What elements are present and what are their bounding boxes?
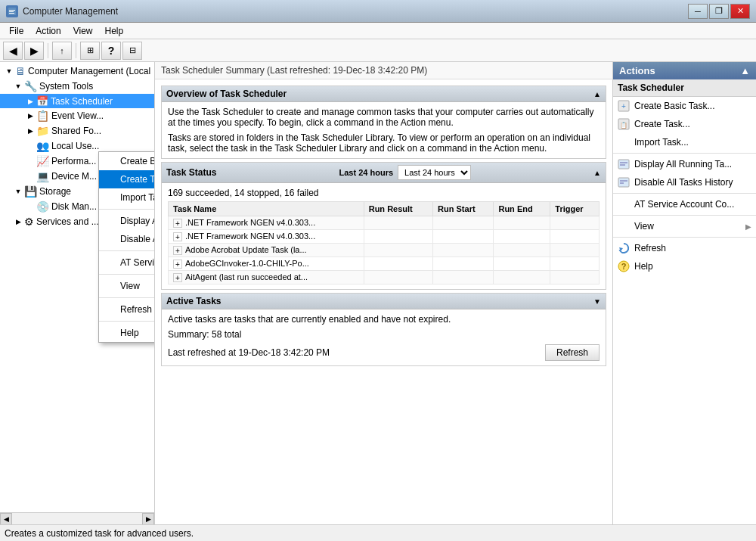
cell-name: +Adobe Acrobat Update Task (la...: [169, 244, 364, 257]
up-button[interactable]: ↑: [52, 42, 72, 60]
table-row[interactable]: +AitAgent (last run succeeded at...: [169, 271, 600, 284]
ctx-at-service[interactable]: AT Service Account Configuration: [99, 253, 155, 272]
time-select[interactable]: Last 24 hours Last 7 days Last 30 days: [398, 165, 471, 180]
actions-header: Actions ▲: [613, 62, 756, 79]
action-sep2: [613, 193, 756, 194]
scroll-track[interactable]: [12, 513, 142, 524]
refresh-icon: [618, 242, 630, 254]
menu-file[interactable]: File: [3, 23, 29, 39]
center-scroll[interactable]: Overview of Task Scheduler ▲ Use the Tas…: [155, 79, 612, 524]
svg-rect-8: [618, 160, 629, 169]
window-controls[interactable]: ─ ❐ ✕: [688, 4, 750, 19]
back-button[interactable]: ◀: [3, 42, 23, 60]
overview-title: Overview of Task Scheduler: [166, 89, 287, 99]
create-basic-label: Create Basic Task...: [634, 101, 715, 111]
menu-view[interactable]: View: [67, 23, 99, 39]
ctx-sep4: [99, 297, 155, 298]
local-icon: 👥: [36, 140, 49, 152]
cell-end: [494, 230, 550, 244]
active-tasks-collapse[interactable]: ▼: [593, 297, 601, 306]
main-layout: ▼ 🖥 Computer Management (Local ▼ 🔧 Syste…: [0, 62, 756, 524]
action-disable-history[interactable]: Disable All Tasks History: [613, 173, 756, 191]
ctx-create-basic[interactable]: Create Basic Task...: [99, 152, 155, 170]
active-tasks-text: Active tasks are tasks that are currentl…: [168, 314, 600, 325]
col-task-name: Task Name: [169, 202, 364, 216]
cell-result: [364, 216, 432, 230]
action-at-service[interactable]: AT Service Account Co...: [613, 195, 756, 213]
extra-button[interactable]: ⊟: [122, 42, 142, 60]
action-help[interactable]: ? Help: [613, 257, 756, 275]
table-row[interactable]: +Adobe Acrobat Update Task (la...: [169, 244, 600, 257]
horizontal-scrollbar[interactable]: ◀ ▶: [0, 512, 154, 524]
action-display-running[interactable]: Display All Running Ta...: [613, 155, 756, 173]
tree-root[interactable]: ▼ 🖥 Computer Management (Local: [0, 64, 154, 79]
ctx-refresh[interactable]: Refresh: [99, 300, 155, 319]
overview-text2: Tasks are stored in folders in the Task …: [168, 132, 600, 154]
ctx-view[interactable]: View ▶: [99, 277, 155, 295]
ctx-sep2: [99, 250, 155, 251]
task-status-collapse[interactable]: ▲: [593, 169, 601, 177]
show-hide-button[interactable]: ⊞: [80, 42, 100, 60]
scroll-right-btn[interactable]: ▶: [142, 513, 154, 524]
menu-help[interactable]: Help: [99, 23, 130, 39]
action-create-task[interactable]: 📋 Create Task...: [613, 115, 756, 133]
tree-task-scheduler-label: Task Scheduler: [51, 96, 113, 107]
dev-icon: 💻: [36, 170, 49, 182]
overview-collapse[interactable]: ▲: [593, 90, 601, 98]
tree-shared-folders[interactable]: ▶ 📁 Shared Fo...: [0, 123, 154, 138]
tree-event-viewer[interactable]: ▶ 📋 Event View...: [0, 108, 154, 123]
action-view[interactable]: View ▶: [613, 217, 756, 235]
toolbar-separator2: [76, 43, 76, 58]
ctx-display-running[interactable]: Display All Running Tasks: [99, 212, 155, 230]
action-create-basic[interactable]: + Create Basic Task...: [613, 97, 756, 115]
restore-button[interactable]: ❐: [709, 4, 729, 19]
cell-trigger: [550, 230, 600, 244]
refresh-label: Refresh: [634, 243, 666, 253]
tree-root-label: Computer Management (Local: [28, 66, 150, 76]
ctx-import-task[interactable]: Import Task...: [99, 188, 155, 207]
action-import-task[interactable]: Import Task...: [613, 133, 756, 151]
svg-text:?: ?: [621, 262, 627, 271]
task-status-title: Task Status: [166, 167, 216, 178]
app-icon: [6, 5, 18, 17]
create-task-label: Create Task...: [634, 119, 690, 129]
create-task-icon: 📋: [618, 118, 630, 130]
tree-perf-label: Performa...: [51, 156, 96, 166]
svg-text:📋: 📋: [620, 121, 627, 129]
tree-device-label: Device M...: [51, 171, 97, 182]
view-sub: View ▶: [634, 221, 751, 232]
svg-rect-11: [618, 178, 629, 187]
title-bar: Computer Management ─ ❐ ✕: [0, 0, 756, 23]
task-status-section: Task Status Last 24 hours Last 24 hours …: [161, 162, 606, 290]
forward-button[interactable]: ▶: [24, 42, 44, 60]
table-row[interactable]: +.NET Framework NGEN v4.0.303...: [169, 216, 600, 230]
scroll-left-btn[interactable]: ◀: [0, 513, 12, 524]
help-button[interactable]: ?: [101, 42, 121, 60]
shared-icon: 📁: [36, 125, 49, 137]
cell-name: +AdobeGCInvoker-1.0-CHILY-Po...: [169, 257, 364, 271]
table-row[interactable]: +AdobeGCInvoker-1.0-CHILY-Po...: [169, 257, 600, 271]
active-tasks-refresh-button[interactable]: Refresh: [545, 344, 600, 361]
cell-start: [433, 257, 494, 271]
minimize-button[interactable]: ─: [688, 4, 708, 19]
ctx-disable-history[interactable]: Disable All Tasks History: [99, 230, 155, 248]
menu-action[interactable]: Action: [29, 23, 67, 39]
ctx-create-task[interactable]: Create Task...: [99, 170, 155, 188]
actions-collapse-icon: ▲: [740, 65, 750, 76]
status-bar: Creates a customized task for advanced u…: [0, 524, 756, 541]
create-basic-icon: +: [618, 100, 630, 112]
help-icon: ?: [618, 260, 630, 272]
close-button[interactable]: ✕: [730, 4, 750, 19]
ts-header: Task Scheduler Summary (Last refreshed: …: [155, 62, 612, 79]
cell-name: +.NET Framework NGEN v4.0.303...: [169, 230, 364, 244]
table-row[interactable]: +.NET Framework NGEN v4.0.303...: [169, 230, 600, 244]
tree-system-tools[interactable]: ▼ 🔧 System Tools: [0, 79, 154, 94]
task-table: Task Name Run Result Run Start Run End T…: [168, 201, 600, 284]
tree-task-scheduler[interactable]: ▶ 📅 Task Scheduler: [0, 94, 154, 108]
ctx-help[interactable]: Help: [99, 324, 155, 342]
toolbar-separator: [48, 43, 48, 58]
cell-name: +AitAgent (last run succeeded at...: [169, 271, 364, 284]
action-refresh[interactable]: Refresh: [613, 239, 756, 257]
action-sep4: [613, 237, 756, 238]
right-panel: Actions ▲ Task Scheduler + Create Basic …: [612, 62, 756, 524]
